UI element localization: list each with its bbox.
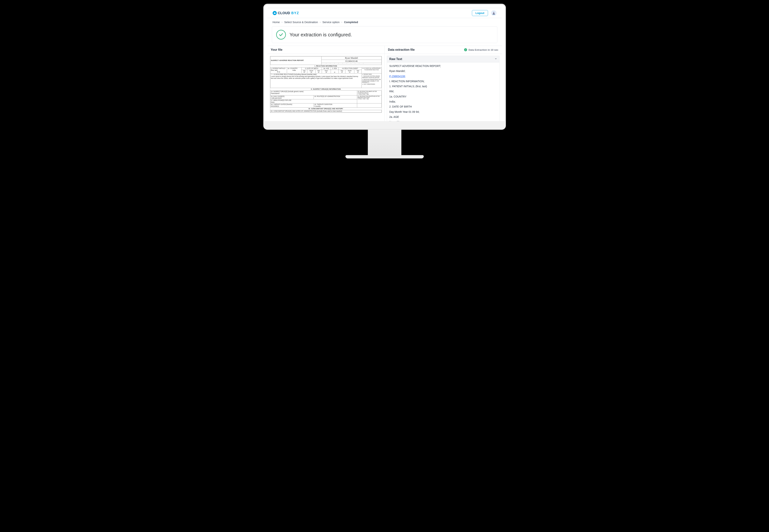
raw-text-header[interactable]: Raw Text (387, 56, 499, 62)
brand-text-cloud: CLOUD (278, 11, 290, 15)
document-preview: SUSPECT ADVERSE REACTION REPORT Ryan Man… (270, 56, 382, 113)
raw-text-line: India; (389, 99, 497, 104)
raw-text-line: Ryan Mandel; (389, 69, 497, 74)
your-file-panel: Your file SUSPECT ADVERSE REACTION REPOR… (268, 46, 385, 121)
breadcrumb: Home › Select Source & Destination › Ser… (268, 18, 502, 26)
app-header: CLOUDBYZ Logout (268, 8, 502, 18)
breadcrumb-item[interactable]: Home (273, 21, 280, 24)
brand-text-byz: BYZ (291, 11, 299, 15)
raw-text-line: I. REACTION INFORMATION; (389, 79, 497, 84)
panel-title: Your file (271, 48, 283, 51)
raw-text-line: Years 28; (389, 119, 497, 121)
raw-text-line: Day Month Year 01 09 94; (389, 109, 497, 114)
extraction-panel: Data extraction file ✓ Data Extraction i… (384, 46, 502, 121)
brand-logo[interactable]: CLOUDBYZ (273, 11, 299, 15)
raw-text-line: 1a. COUNTRY (389, 94, 497, 99)
chevron-right-icon: › (320, 21, 321, 23)
raw-text-line: 2a. AGE (389, 114, 497, 119)
svg-point-0 (493, 12, 494, 13)
check-icon: ✓ (464, 48, 467, 51)
breadcrumb-item[interactable]: Select Source & Destination (284, 21, 318, 24)
raw-text-line[interactable]: P-298654108; (389, 74, 497, 79)
panel-title: Data extraction file (388, 48, 415, 51)
raw-text-line: RM; (389, 89, 497, 94)
success-banner: Your extraction is configured. (272, 26, 497, 43)
banner-message: Your extraction is configured. (290, 32, 352, 38)
breadcrumb-item[interactable]: Service option (323, 21, 340, 24)
screen: CLOUDBYZ Logout Home › Select Source & D… (268, 8, 502, 121)
breadcrumb-item-active: Completed (344, 21, 358, 24)
chevron-right-icon: › (342, 21, 342, 23)
checkmark-circle-icon (276, 30, 286, 40)
chevron-right-icon: › (282, 21, 282, 23)
extraction-status: ✓ Data Extraction in 10 sec (464, 48, 498, 51)
avatar[interactable] (491, 10, 496, 16)
chevron-down-icon (494, 57, 497, 61)
raw-text-line: SUSPECT ADVERSE REACTION REPORT; (389, 64, 497, 69)
logout-button[interactable]: Logout (472, 10, 488, 16)
svg-rect-1 (493, 13, 494, 13)
raw-text-line: 2. DATE OF BIRTH (389, 104, 497, 109)
raw-text-line: 1. PATIENT INITIALS; (first, last) (389, 84, 497, 89)
raw-text-body: SUSPECT ADVERSE REACTION REPORT;Ryan Man… (387, 62, 499, 121)
cloud-icon (273, 11, 277, 15)
